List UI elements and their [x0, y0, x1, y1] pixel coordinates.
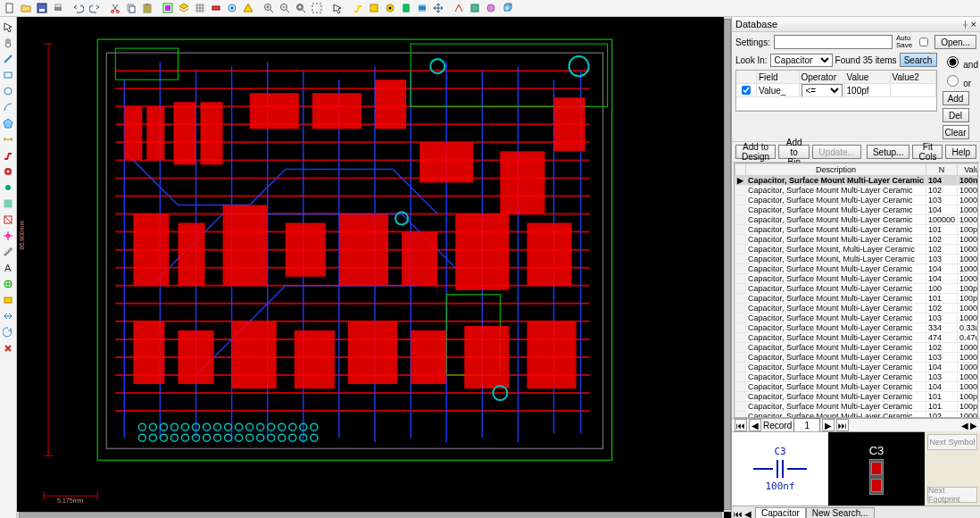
fitcols-button[interactable]: Fit Cols	[912, 145, 943, 159]
open-icon[interactable]	[18, 1, 34, 15]
search-button[interactable]: Search	[900, 53, 937, 67]
circle-icon[interactable]	[0, 83, 16, 99]
rect-icon[interactable]	[0, 67, 16, 83]
3d-icon[interactable]	[499, 1, 515, 15]
new-icon[interactable]	[2, 1, 18, 15]
line-icon[interactable]	[0, 51, 16, 67]
scroll-left-icon[interactable]: ◀	[961, 421, 968, 430]
record-next-icon[interactable]: ▶	[822, 419, 835, 431]
tab-capacitor[interactable]: Capacitor	[755, 507, 806, 518]
table-row[interactable]: Capacitor, Surface Mount Multi-Layer Cer…	[735, 196, 979, 205]
scroll-right-icon[interactable]: ▶	[970, 421, 977, 430]
pour-icon[interactable]	[0, 196, 16, 212]
origin-icon[interactable]	[0, 276, 16, 292]
delete-icon[interactable]	[0, 340, 16, 356]
rotate-icon[interactable]	[0, 324, 16, 340]
snap-icon[interactable]	[0, 228, 16, 244]
flip-icon[interactable]	[0, 308, 16, 324]
tab-nav-prev-icon[interactable]: ◀	[744, 509, 752, 518]
canvas-scrollbar-v[interactable]	[724, 17, 731, 512]
lookin-select[interactable]: Capacitor	[770, 54, 833, 67]
or-radio[interactable]	[947, 75, 959, 87]
filter-op-select[interactable]: <=	[801, 84, 843, 96]
layers2-icon[interactable]	[176, 1, 192, 15]
save-icon[interactable]	[34, 1, 50, 15]
next-symbol-button[interactable]: Next Symbol	[927, 434, 977, 450]
cut-icon[interactable]	[107, 1, 123, 15]
undo-icon[interactable]	[71, 1, 87, 15]
route2-icon[interactable]	[366, 1, 382, 15]
zoom-fit-icon[interactable]	[293, 1, 309, 15]
table-row[interactable]: Capacitor, Surface Mount Multi-Layer Cer…	[735, 353, 979, 363]
table-row[interactable]: Capacitor, Surface Mount Multi-Layer Cer…	[735, 235, 979, 245]
pin-icon[interactable]	[961, 21, 969, 29]
pad2-icon[interactable]	[0, 163, 16, 180]
record-prev-icon[interactable]: ◀	[749, 419, 761, 431]
table-row[interactable]: Capacitor, Surface Mount Multi-Layer Cer…	[735, 372, 979, 382]
measure-icon[interactable]	[0, 244, 16, 260]
table-row[interactable]: Capacitor, Surface Mount Multi-Layer Cer…	[735, 343, 979, 353]
record-last-icon[interactable]: ⏭	[836, 419, 849, 431]
keepout-icon[interactable]	[0, 212, 16, 228]
table-row[interactable]: Capacitor, Surface Mount Multi-Layer Cer…	[735, 363, 979, 372]
table-row[interactable]: Capacitor, Surface Mount Multi-Layer Cer…	[735, 392, 979, 402]
print-icon[interactable]	[50, 1, 66, 15]
arc-icon[interactable]	[0, 99, 16, 115]
table-row[interactable]: Capacitor, Surface Mount Multi-Layer Cer…	[735, 284, 979, 294]
dimension-icon[interactable]	[0, 131, 16, 147]
table-row[interactable]: Capacitor, Surface Mount Multi-Layer Cer…	[735, 294, 979, 304]
select-icon[interactable]	[0, 19, 16, 35]
tool-a-icon[interactable]	[467, 1, 483, 15]
autoroute-icon[interactable]	[451, 1, 467, 15]
table-row[interactable]: Capacitor, Surface Mount Multi-Layer Cer…	[735, 274, 979, 284]
component-icon[interactable]	[0, 292, 16, 308]
grid-icon[interactable]	[192, 1, 208, 15]
update-button[interactable]: Update...	[812, 145, 861, 159]
drc-icon[interactable]	[240, 1, 256, 15]
tab-new-search[interactable]: New Search...	[806, 507, 875, 518]
help-button[interactable]: Help	[945, 145, 976, 159]
table-row[interactable]: ▶Capacitor, Surface Mount Multi-Layer Ce…	[735, 176, 979, 186]
filter-row-checkbox[interactable]	[742, 86, 751, 95]
results-table[interactable]: Description N Value_ TOL V ▶Capacitor, S…	[734, 163, 978, 418]
table-row[interactable]: Capacitor, Surface Mount Multi-Layer Cer…	[735, 333, 979, 343]
via2-icon[interactable]	[0, 180, 16, 196]
pan-icon[interactable]	[0, 35, 16, 51]
canvas-scrollbar-h[interactable]	[17, 512, 724, 518]
place-icon[interactable]	[414, 1, 430, 15]
filter-row[interactable]: Value_ <= 100pf	[736, 84, 936, 97]
record-first-icon[interactable]: ⏮	[735, 419, 747, 431]
layers-icon[interactable]	[160, 1, 176, 15]
table-row[interactable]: Capacitor, Surface Mount Multi-Layer Cer…	[735, 225, 979, 235]
table-row[interactable]: Capacitor, Surface Mount, Multi-Layer Ce…	[735, 255, 979, 264]
route-icon[interactable]	[350, 1, 366, 15]
zoom-area-icon[interactable]	[309, 1, 325, 15]
redo-icon[interactable]	[87, 1, 103, 15]
table-row[interactable]: Capacitor, Surface Mount Multi-Layer Cer…	[735, 304, 979, 313]
table-row[interactable]: Capacitor, Surface Mount Multi-Layer Cer…	[735, 313, 979, 323]
table-row[interactable]: Capacitor, Surface Mount, Multi-Layer Ce…	[735, 245, 979, 255]
table-row[interactable]: Capacitor, Surface Mount Multi-Layer Cer…	[735, 215, 979, 225]
polygon-icon[interactable]	[0, 115, 16, 131]
move-icon[interactable]	[430, 1, 446, 15]
tab-nav-first-icon[interactable]: ⏮	[734, 509, 743, 518]
open-button[interactable]: Open...	[934, 35, 976, 49]
del-filter-button[interactable]: Del	[943, 108, 969, 122]
text-icon[interactable]: A	[0, 260, 16, 276]
add-design-button[interactable]: Add to Design	[735, 145, 776, 159]
pointer-icon[interactable]	[329, 1, 345, 15]
pcb-canvas[interactable]: 86.900mm 5.175mm	[17, 17, 731, 518]
via-icon[interactable]	[382, 1, 398, 15]
tool-b-icon[interactable]	[483, 1, 499, 15]
add-bin-button[interactable]: Add to Bin	[778, 145, 810, 159]
add-filter-button[interactable]: Add	[943, 91, 969, 105]
track-icon[interactable]	[0, 147, 16, 163]
pad-icon[interactable]	[398, 1, 414, 15]
next-footprint-button[interactable]: Next Footprint	[927, 487, 977, 503]
table-row[interactable]: Capacitor, Surface Mount Multi-Layer Cer…	[735, 323, 979, 333]
components-icon[interactable]	[208, 1, 224, 15]
paste-icon[interactable]	[139, 1, 155, 15]
zoom-in-icon[interactable]	[261, 1, 277, 15]
and-radio[interactable]	[947, 56, 959, 68]
zoom-out-icon[interactable]	[277, 1, 293, 15]
